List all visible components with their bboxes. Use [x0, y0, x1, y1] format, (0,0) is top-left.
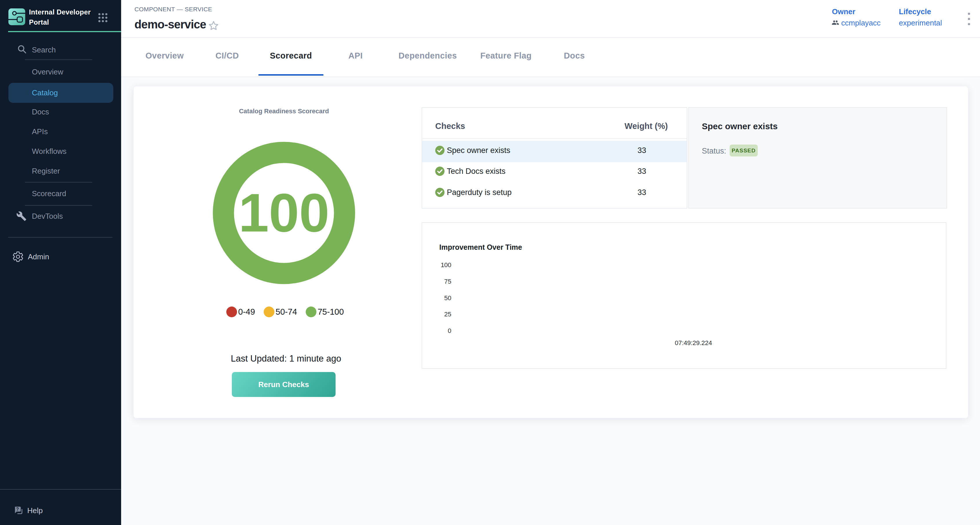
svg-text:100: 100	[239, 182, 329, 243]
svg-text:?: ?	[16, 507, 19, 512]
